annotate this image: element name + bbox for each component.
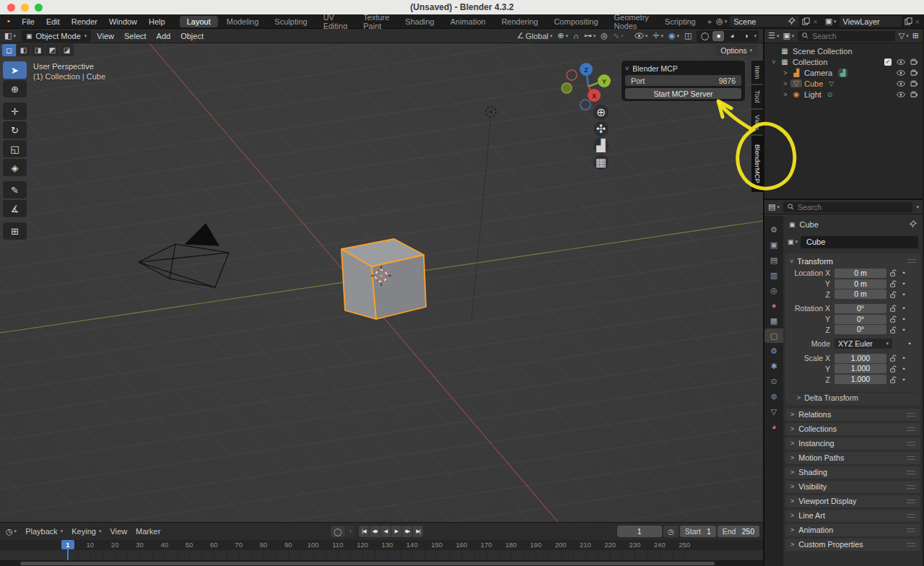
lock-icon[interactable] xyxy=(886,323,899,336)
workspace-tab-compositing[interactable]: Compositing xyxy=(546,16,605,27)
tool-rotate[interactable]: ↻ xyxy=(3,121,27,139)
animate-dot[interactable]: • xyxy=(899,269,908,277)
select-mode-extend[interactable]: ◧ xyxy=(17,44,30,56)
animate-dot[interactable]: • xyxy=(899,376,908,383)
outliner-row-scene-collection[interactable]: ▦Scene Collection xyxy=(764,45,923,56)
scene-icon[interactable]: ◎▾ xyxy=(716,17,727,26)
menu-render[interactable]: Render xyxy=(66,17,103,26)
editor-type-properties-icon[interactable]: ▤▾ xyxy=(768,202,780,212)
workspace-tab-rendering[interactable]: Rendering xyxy=(494,16,546,27)
shading-material-icon[interactable]: ◕ xyxy=(726,31,738,41)
proportional-falloff-dropdown[interactable]: ∿▾ xyxy=(613,31,624,40)
collapse-icon[interactable]: ˅ xyxy=(769,58,779,66)
scene-selector[interactable]: Scene xyxy=(730,16,799,27)
properties-search-input[interactable]: Search xyxy=(783,202,913,212)
shading-rendered-icon[interactable]: ◑ xyxy=(740,31,751,41)
transform-orientation-dropdown[interactable]: ∠ Global▾ xyxy=(517,31,552,40)
snap-target-dropdown[interactable]: ⊶▾ xyxy=(584,31,596,40)
new-scene-icon[interactable] xyxy=(802,17,810,25)
light-object[interactable] xyxy=(471,107,496,321)
properties-tab-modifiers[interactable]: ⚙ xyxy=(764,344,783,358)
select-mode-set[interactable]: ◻ xyxy=(2,44,16,56)
pan-icon[interactable]: ✣ xyxy=(593,121,609,136)
timeline-menu-marker[interactable]: Marker xyxy=(136,527,160,536)
select-mode-invert[interactable]: ◩ xyxy=(45,44,59,56)
section-viewport-display[interactable]: ˃Viewport Display xyxy=(785,495,920,508)
panel-drag-handle[interactable] xyxy=(907,543,915,547)
value-field[interactable]: 0° xyxy=(834,315,886,324)
timeline-track[interactable] xyxy=(0,550,763,560)
properties-tab-scene[interactable]: ◎ xyxy=(764,283,783,297)
value-field[interactable]: 0 m xyxy=(834,279,886,289)
tool-annotate[interactable]: ✎ xyxy=(3,181,27,199)
properties-tab-material[interactable]: ◕ xyxy=(764,419,783,434)
outliner-row-cube[interactable]: ˃▽Cube▽ xyxy=(764,78,923,89)
animate-dot[interactable]: • xyxy=(899,291,908,298)
properties-tab-constraints[interactable]: ⊛ xyxy=(764,389,783,404)
section-instancing[interactable]: ˃Instancing xyxy=(785,437,920,450)
blender-mcp-panel-header[interactable]: ˅ Blender MCP xyxy=(625,63,741,74)
tool-cursor[interactable]: ⊕ xyxy=(3,80,27,97)
port-field[interactable]: Port 9876 xyxy=(625,75,741,86)
play-button[interactable]: ▶ xyxy=(391,526,401,537)
editor-type-timeline-icon[interactable]: ◷▾ xyxy=(6,527,17,536)
properties-tab-particles[interactable]: ✱ xyxy=(764,359,783,373)
value-field[interactable]: 0 m xyxy=(834,269,886,278)
hide-in-viewport-eye-icon[interactable] xyxy=(897,79,905,88)
start-frame-field[interactable]: Start 1 xyxy=(680,526,716,537)
options-dropdown[interactable]: Options▾ xyxy=(715,45,757,56)
timeline-menu-view[interactable]: View xyxy=(110,527,127,536)
add-workspace-button[interactable]: + xyxy=(703,17,716,26)
sidebar-tab-blendermcp[interactable]: BlenderMCP xyxy=(751,136,763,192)
properties-options-icon[interactable]: ▾ xyxy=(916,204,919,210)
tool-add-cube[interactable]: ⊞ xyxy=(3,222,27,240)
editor-type-3d-viewport-icon[interactable]: ◧▾ xyxy=(4,31,16,40)
filter-icon[interactable]: ▽▾ xyxy=(899,31,909,40)
tool-select-box[interactable]: ➤ xyxy=(3,61,27,79)
lock-icon[interactable] xyxy=(886,373,899,386)
snap-magnet-icon[interactable]: ∩ xyxy=(573,32,579,40)
show-gizmo-toggle[interactable]: ✛▾ xyxy=(653,31,663,40)
workspace-tab-animation[interactable]: Animation xyxy=(443,16,493,27)
use-preview-range-icon[interactable]: ◷ xyxy=(663,526,679,537)
gizmo-negative-x[interactable] xyxy=(567,70,577,80)
new-collection-icon[interactable]: ⊞ xyxy=(912,31,919,40)
panel-drag-handle[interactable] xyxy=(907,259,916,263)
playhead-frame-badge[interactable]: 1 xyxy=(61,540,74,549)
auto-keying-record-button[interactable]: ◯ xyxy=(331,526,345,537)
hide-in-viewport-eye-icon[interactable] xyxy=(897,69,905,77)
outliner-row-collection[interactable]: ˅▦Collection✓ xyxy=(764,56,923,67)
menu-help[interactable]: Help xyxy=(143,17,171,26)
jump-to-start-button[interactable]: |◀ xyxy=(359,526,369,537)
outliner-row-camera[interactable]: ˃▟Camera▟ xyxy=(764,67,923,78)
expand-icon[interactable]: ˃ xyxy=(780,69,790,77)
disable-in-renders-camera-icon[interactable] xyxy=(910,58,918,66)
section-line-art[interactable]: ˃Line Art xyxy=(785,510,920,522)
workspace-tab-sculpting[interactable]: Sculpting xyxy=(267,16,314,27)
panel-drag-handle[interactable] xyxy=(907,413,915,417)
panel-drag-handle[interactable] xyxy=(907,514,915,518)
properties-tab-collection[interactable]: ▦ xyxy=(764,313,783,328)
animate-dot[interactable]: • xyxy=(899,326,908,334)
view-layer-selector[interactable]: ViewLayer xyxy=(840,16,902,27)
properties-tab-view-layer[interactable]: ▥ xyxy=(764,268,783,282)
lock-icon[interactable] xyxy=(886,288,899,301)
panel-drag-handle[interactable] xyxy=(907,442,915,445)
value-field[interactable]: 1.000 xyxy=(834,364,886,373)
jump-to-end-button[interactable]: ▶| xyxy=(413,526,423,537)
shading-solid-icon[interactable]: ● xyxy=(712,31,724,41)
value-field[interactable]: 0° xyxy=(834,325,886,334)
pin-id-icon[interactable] xyxy=(909,220,917,230)
animate-dot[interactable]: • xyxy=(899,280,908,287)
pivot-point-dropdown[interactable]: ⊕▾ xyxy=(557,31,568,40)
panel-drag-handle[interactable] xyxy=(907,500,915,503)
value-field[interactable]: 0 m xyxy=(834,289,886,299)
object-name-field[interactable]: Cube xyxy=(801,236,918,248)
select-mode-intersect[interactable]: ◪ xyxy=(60,44,74,56)
properties-tab-render[interactable]: ▣ xyxy=(764,238,783,252)
tool-measure[interactable]: ∡ xyxy=(3,200,27,217)
toggle-xray-icon[interactable]: ◫ xyxy=(684,31,692,40)
value-field[interactable]: 0° xyxy=(834,304,886,313)
section-motion-paths[interactable]: ˃Motion Paths xyxy=(785,452,920,464)
workspace-tab-layout[interactable]: Layout xyxy=(180,16,218,27)
